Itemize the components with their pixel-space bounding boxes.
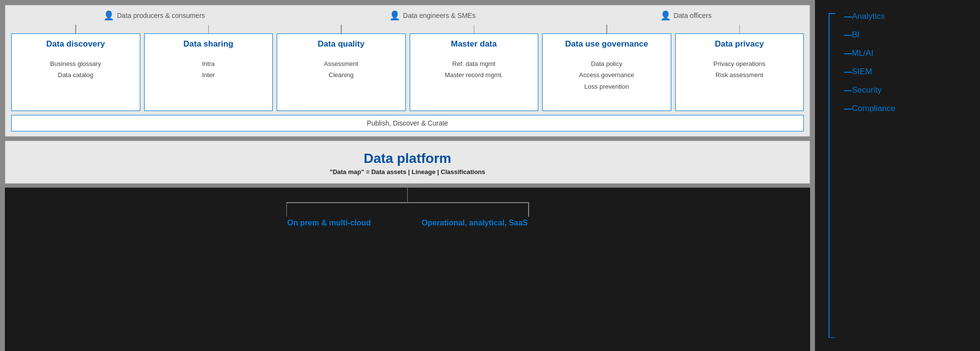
privacy-item-2: Risk assessment — [714, 69, 765, 80]
sidebar-label-siem: SIEM — [852, 67, 872, 77]
sidebar-item-security: Security — [840, 81, 970, 99]
sidebar-item-analytics: Analytics — [840, 7, 970, 26]
persona-officers: 👤 Data officers — [660, 10, 712, 21]
col-discovery: Data discovery Business glossary Data ca… — [11, 25, 140, 111]
box-master: Master data Ref. data mgmt Master record… — [410, 33, 539, 111]
platform-subtitle: "Data map" = Data assets | Lineage | Cla… — [5, 168, 810, 176]
branch-onprem-label: On prem & multi-cloud — [287, 219, 371, 227]
governance-item-2: Access governance — [579, 69, 634, 80]
sidebar-top-tick — [829, 13, 835, 14]
col-quality: Data quality Assessment Cleaning — [277, 25, 406, 111]
governance-item-3: Loss prevention — [579, 81, 634, 92]
main-area: 👤 Data producers & consumers 👤 Data engi… — [0, 0, 815, 351]
col-governance: Data use governance Data policy Access g… — [542, 25, 671, 111]
persona-producers: 👤 Data producers & consumers — [103, 10, 205, 21]
vertical-line-center — [407, 188, 408, 202]
box-governance-items: Data policy Access governance Loss preve… — [579, 58, 634, 92]
persona-label-producers: Data producers & consumers — [117, 12, 205, 19]
col-line-sharing — [208, 25, 209, 33]
bottom-section: On prem & multi-cloud Operational, analy… — [5, 188, 810, 351]
persona-label-engineers: Data engineers & SMEs — [403, 12, 475, 19]
sharing-item-2: Inter — [202, 69, 215, 80]
right-sidebar: Analytics BI ML/AI SIEM Security Complia… — [815, 0, 980, 351]
sidebar-label-bi: BI — [852, 30, 860, 40]
box-master-items: Ref. data mgmt Master record mgmt. — [445, 58, 503, 81]
persona-label-officers: Data officers — [674, 12, 712, 19]
sidebar-label-analytics: Analytics — [852, 12, 885, 21]
quality-item-1: Assessment — [324, 58, 358, 69]
right-branch-line — [528, 202, 529, 217]
sharing-item-1: Intra — [202, 58, 215, 69]
platform-section: Data platform "Data map" = Data assets |… — [5, 141, 810, 184]
box-quality-title: Data quality — [318, 39, 365, 49]
bottom-branches: On prem & multi-cloud Operational, analy… — [262, 217, 553, 227]
quality-item-2: Cleaning — [324, 69, 358, 80]
sidebar-content: Analytics BI ML/AI SIEM Security Complia… — [825, 7, 970, 344]
sidebar-label-mlai: ML/AI — [852, 48, 873, 58]
publish-bar: Publish, Discover & Curate — [11, 115, 804, 131]
master-item-2: Master record mgmt. — [445, 69, 503, 80]
box-privacy: Data privacy Privacy operations Risk ass… — [675, 33, 804, 111]
left-branch-line — [286, 202, 287, 217]
columns-row: Data discovery Business glossary Data ca… — [11, 25, 804, 111]
sidebar-bottom-tick — [829, 337, 835, 338]
box-discovery-items: Business glossary Data catalog — [50, 58, 101, 81]
personas-row: 👤 Data producers & consumers 👤 Data engi… — [11, 10, 804, 21]
h-branch-line — [286, 202, 529, 203]
persona-engineers: 👤 Data engineers & SMEs — [389, 10, 475, 21]
columns-container: Data discovery Business glossary Data ca… — [11, 25, 804, 131]
box-sharing-items: Intra Inter — [202, 58, 215, 81]
col-line-master — [474, 25, 475, 33]
governance-section: 👤 Data producers & consumers 👤 Data engi… — [5, 5, 810, 137]
col-line-discovery — [75, 25, 76, 33]
branch-operational: Operational, analytical, SaaS — [422, 217, 528, 227]
discovery-item-1: Business glossary — [50, 58, 101, 69]
box-quality: Data quality Assessment Cleaning — [277, 33, 406, 111]
box-discovery-title: Data discovery — [46, 39, 105, 49]
sidebar-item-bi: BI — [840, 26, 970, 44]
discovery-item-2: Data catalog — [50, 69, 101, 80]
sidebar-label-security: Security — [852, 85, 881, 95]
persona-icon-producers: 👤 — [103, 10, 114, 21]
col-privacy: Data privacy Privacy operations Risk ass… — [675, 25, 804, 111]
sidebar-item-mlai: ML/AI — [840, 44, 970, 63]
platform-title: Data platform — [5, 151, 810, 166]
privacy-item-1: Privacy operations — [714, 58, 765, 69]
box-privacy-title: Data privacy — [715, 39, 764, 49]
sidebar-bracket-line — [829, 13, 830, 338]
box-sharing-title: Data sharing — [183, 39, 233, 49]
col-master: Master data Ref. data mgmt Master record… — [410, 25, 539, 111]
sidebar-label-compliance: Compliance — [852, 104, 896, 113]
box-quality-items: Assessment Cleaning — [324, 58, 358, 81]
col-line-quality — [341, 25, 342, 33]
branch-lines — [262, 202, 553, 217]
box-privacy-items: Privacy operations Risk assessment — [714, 58, 765, 81]
col-line-privacy — [739, 25, 740, 33]
col-line-governance — [606, 25, 607, 33]
persona-icon-officers: 👤 — [660, 10, 671, 21]
branch-operational-label: Operational, analytical, SaaS — [422, 219, 528, 227]
box-master-title: Master data — [451, 39, 497, 49]
box-governance: Data use governance Data policy Access g… — [542, 33, 671, 111]
master-item-1: Ref. data mgmt — [445, 58, 503, 69]
col-sharing: Data sharing Intra Inter — [144, 25, 273, 111]
box-sharing: Data sharing Intra Inter — [144, 33, 273, 111]
bottom-line-container: On prem & multi-cloud Operational, analy… — [5, 188, 810, 227]
sidebar-item-compliance: Compliance — [840, 99, 970, 118]
branch-onprem: On prem & multi-cloud — [287, 217, 371, 227]
box-discovery: Data discovery Business glossary Data ca… — [11, 33, 140, 111]
governance-item-1: Data policy — [579, 58, 634, 69]
persona-icon-engineers: 👤 — [389, 10, 400, 21]
sidebar-item-siem: SIEM — [840, 63, 970, 81]
box-governance-title: Data use governance — [565, 39, 648, 49]
